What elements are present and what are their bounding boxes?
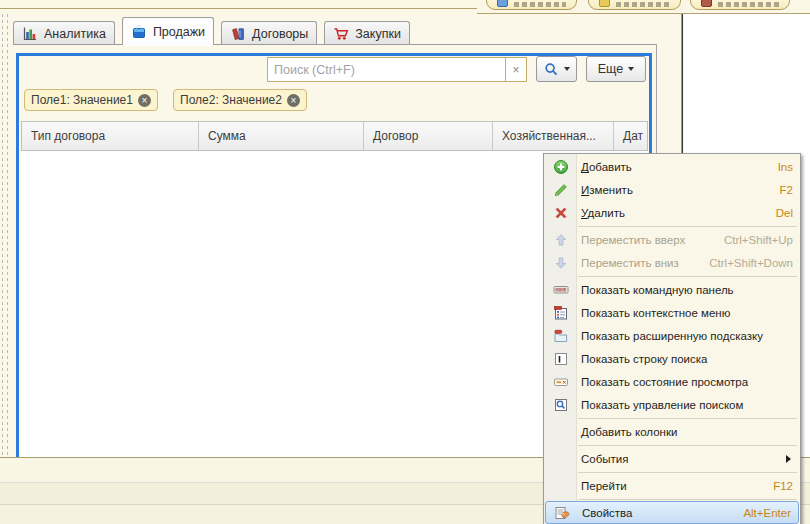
menu-item-перейти[interactable]: ПерейтиF12 xyxy=(544,474,800,497)
menu-item-label: Добавить xyxy=(577,161,778,173)
tab-аналитика[interactable]: Аналитика xyxy=(13,21,115,45)
command-bar-icon xyxy=(553,282,569,298)
tab-label: Закупки xyxy=(355,27,401,41)
contracts-icon xyxy=(230,26,246,42)
menu-item-добавить[interactable]: ДобавитьIns xyxy=(544,155,800,178)
menu-item-label: Переместить вниз xyxy=(577,257,709,269)
menu-item-label: Свойства xyxy=(578,507,743,519)
chip-remove-icon[interactable]: × xyxy=(138,94,151,107)
view-state-icon xyxy=(553,374,569,390)
chip-remove-icon[interactable]: × xyxy=(287,94,300,107)
search-control-icon xyxy=(553,397,569,413)
menu-item-label: Удалить xyxy=(577,207,776,219)
filter-chip-2[interactable]: Поле2: Значение2× xyxy=(173,89,307,111)
menu-item-shortcut: Alt+Enter xyxy=(743,507,798,519)
tab-закупки[interactable]: Закупки xyxy=(324,21,410,45)
submenu-arrow-icon xyxy=(786,455,791,463)
menu-item-shortcut: F12 xyxy=(773,480,800,492)
filter-chip-1[interactable]: Поле1: Значение1× xyxy=(24,89,158,111)
table-header: Тип договораСуммаДоговорХозяйственная...… xyxy=(21,121,648,151)
menu-item-показать-расширенную-подсказку[interactable]: Показать расширенную подсказку xyxy=(544,324,800,347)
more-button[interactable]: Еще xyxy=(586,56,646,82)
properties-icon xyxy=(554,505,570,521)
analytics-icon xyxy=(22,26,38,42)
menu-item-показать-состояние-просмотра[interactable]: Показать состояние просмотра xyxy=(544,370,800,393)
menu-item-label: Показать контекстное меню xyxy=(577,307,800,319)
menu-item-свойства[interactable]: СвойстваAlt+Enter xyxy=(545,501,799,524)
tab-content-border-top xyxy=(13,44,657,45)
column-header[interactable]: Дат xyxy=(614,122,649,150)
toolbar-separator-left xyxy=(0,8,477,9)
yellow-document-icon xyxy=(599,0,610,7)
tab-label: Договоры xyxy=(252,27,308,41)
menu-item-label: Показать командную панель xyxy=(577,284,800,296)
blue-document-icon xyxy=(497,0,508,7)
search-icon xyxy=(544,62,559,77)
menu-item-shortcut: F2 xyxy=(780,184,800,196)
menu-item-shortcut: Ctrl+Shift+Up xyxy=(724,234,800,246)
menu-item-shortcut: Ctrl+Shift+Down xyxy=(709,257,800,269)
menu-item-изменить[interactable]: ИзменитьF2 xyxy=(544,178,800,201)
column-header[interactable]: Договор xyxy=(364,122,493,150)
move-down-icon xyxy=(553,255,569,271)
menu-item-показать-командную-панель[interactable]: Показать командную панель xyxy=(544,278,800,301)
column-header[interactable]: Сумма xyxy=(199,122,364,150)
context-menu: ДобавитьInsИзменитьF2УдалитьDelПеремести… xyxy=(543,153,801,524)
menu-item-label: Перейти xyxy=(577,480,773,492)
splitter-dashed-line-1[interactable] xyxy=(2,14,3,457)
search-clear-button[interactable]: × xyxy=(505,58,526,81)
toolbar-button-2[interactable] xyxy=(588,0,681,10)
tab-bar: АналитикаПродажиДоговорыЗакупки xyxy=(13,17,417,45)
menu-item-label: Добавить колонки xyxy=(577,426,800,438)
menu-item-label: Показать строку поиска xyxy=(577,353,800,365)
search-row-icon xyxy=(553,351,569,367)
menu-item-shortcut: Del xyxy=(776,207,800,219)
sales-icon xyxy=(131,24,147,40)
red-document-icon xyxy=(701,0,712,7)
tab-договоры[interactable]: Договоры xyxy=(221,21,317,45)
menu-item-показать-контекстное-меню[interactable]: Показать контекстное меню xyxy=(544,301,800,324)
menu-item-переместить-вверх: Переместить вверхCtrl+Shift+Up xyxy=(544,228,800,251)
menu-item-label: Изменить xyxy=(577,184,780,196)
menu-item-удалить[interactable]: УдалитьDel xyxy=(544,201,800,224)
menu-item-label: Переместить вверх xyxy=(577,234,724,246)
search-input[interactable] xyxy=(268,58,505,81)
filter-chip-label: Поле2: Значение2 xyxy=(180,93,282,107)
search-box: × xyxy=(267,57,527,82)
menu-item-события[interactable]: События xyxy=(544,447,800,470)
menu-item-label: Показать управление поиском xyxy=(577,399,800,411)
splitter-dashed-line-2[interactable] xyxy=(7,14,8,457)
tab-label: Аналитика xyxy=(44,27,106,41)
context-menu-icon xyxy=(553,305,569,321)
menu-item-добавить-колонки[interactable]: Добавить колонки xyxy=(544,420,800,443)
move-up-icon xyxy=(553,232,569,248)
menu-item-label: Показать расширенную подсказку xyxy=(577,330,800,342)
tab-label: Продажи xyxy=(153,25,205,39)
edit-icon xyxy=(553,182,569,198)
menu-item-label: Показать состояние просмотра xyxy=(577,376,800,388)
toolbar-button-1[interactable] xyxy=(486,0,577,10)
tooltip-icon xyxy=(553,328,569,344)
purchases-icon xyxy=(333,26,349,42)
toolbar-button-3[interactable] xyxy=(690,0,790,10)
more-button-label: Еще xyxy=(598,62,623,76)
tab-продажи[interactable]: Продажи xyxy=(122,17,214,45)
search-button[interactable] xyxy=(536,56,577,82)
delete-icon xyxy=(553,205,569,221)
menu-item-показать-управление-поиском[interactable]: Показать управление поиском xyxy=(544,393,800,416)
menu-item-label: События xyxy=(577,453,786,465)
filter-chip-label: Поле1: Значение1 xyxy=(31,93,133,107)
column-header[interactable]: Тип договора xyxy=(22,122,199,150)
column-header[interactable]: Хозяйственная... xyxy=(493,122,614,150)
menu-item-показать-строку-поиска[interactable]: Показать строку поиска xyxy=(544,347,800,370)
dropdown-caret-icon xyxy=(564,67,570,71)
top-toolbar xyxy=(0,0,810,14)
add-icon xyxy=(553,159,569,175)
menu-item-переместить-вниз: Переместить внизCtrl+Shift+Down xyxy=(544,251,800,274)
menu-item-shortcut: Ins xyxy=(778,161,800,173)
dropdown-caret-icon xyxy=(628,67,634,71)
